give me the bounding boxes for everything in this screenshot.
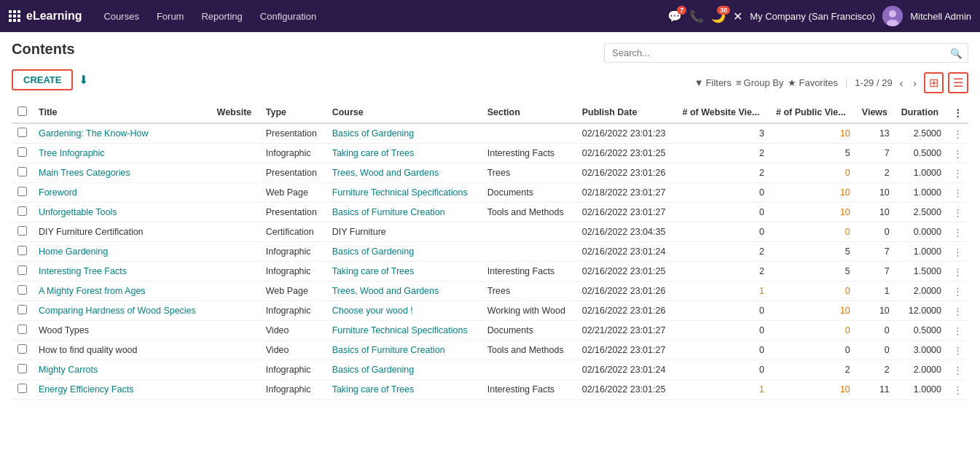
row-public-views[interactable]: 10 bbox=[770, 301, 856, 321]
row-checkbox[interactable] bbox=[17, 344, 27, 354]
row-checkbox-cell[interactable] bbox=[12, 321, 33, 341]
row-public-views[interactable]: 0 bbox=[770, 222, 856, 242]
row-checkbox[interactable] bbox=[17, 206, 27, 216]
more-icon[interactable]: ⋮ bbox=[953, 208, 963, 218]
close-icon-btn[interactable]: ✕ bbox=[733, 9, 742, 23]
col-section[interactable]: Section bbox=[482, 102, 576, 123]
more-icon[interactable]: ⋮ bbox=[953, 346, 963, 356]
col-website[interactable]: Website bbox=[211, 102, 260, 123]
row-website-views[interactable]: 1 bbox=[677, 380, 771, 400]
nav-forum[interactable]: Forum bbox=[149, 8, 192, 25]
row-title[interactable]: Unforgettable Tools bbox=[33, 203, 211, 222]
row-website-views[interactable]: 1 bbox=[677, 281, 771, 301]
row-public-views[interactable]: 0 bbox=[770, 163, 856, 183]
row-checkbox-cell[interactable] bbox=[12, 262, 33, 281]
row-course[interactable]: Taking care of Trees bbox=[326, 144, 482, 163]
row-public-views[interactable]: 10 bbox=[770, 380, 856, 400]
more-icon[interactable]: ⋮ bbox=[953, 188, 963, 198]
row-course[interactable]: Trees, Wood and Gardens bbox=[326, 163, 482, 183]
row-public-views[interactable]: 10 bbox=[770, 183, 856, 203]
row-title[interactable]: Foreword bbox=[33, 183, 211, 203]
row-checkbox[interactable] bbox=[17, 128, 27, 137]
grid-view-button[interactable]: ⊞ bbox=[924, 72, 944, 93]
row-more[interactable]: ⋮ bbox=[947, 360, 968, 380]
more-icon[interactable]: ⋮ bbox=[953, 129, 963, 139]
row-checkbox[interactable] bbox=[17, 226, 27, 236]
row-course[interactable]: Taking care of Trees bbox=[326, 380, 482, 400]
nav-courses[interactable]: Courses bbox=[96, 8, 146, 25]
favorites-button[interactable]: ★ Favorites bbox=[788, 77, 837, 88]
filters-button[interactable]: ▼ Filters bbox=[694, 77, 732, 88]
row-checkbox-cell[interactable] bbox=[12, 301, 33, 321]
more-icon[interactable]: ⋮ bbox=[953, 385, 963, 395]
next-page-button[interactable]: › bbox=[910, 76, 920, 90]
search-button[interactable]: 🔍 bbox=[950, 47, 963, 58]
row-more[interactable]: ⋮ bbox=[947, 341, 968, 360]
row-public-views[interactable]: 10 bbox=[770, 203, 856, 222]
row-checkbox-cell[interactable] bbox=[12, 281, 33, 301]
more-icon[interactable]: ⋮ bbox=[953, 365, 963, 376]
row-checkbox-cell[interactable] bbox=[12, 183, 33, 203]
group-by-button[interactable]: ≡ Group By bbox=[736, 77, 784, 88]
list-view-button[interactable]: ☰ bbox=[948, 72, 968, 93]
row-more[interactable]: ⋮ bbox=[947, 203, 968, 222]
chat-icon-btn[interactable]: 💬 7 bbox=[667, 9, 682, 23]
row-checkbox-cell[interactable] bbox=[12, 380, 33, 400]
row-checkbox[interactable] bbox=[17, 384, 27, 393]
row-checkbox-cell[interactable] bbox=[12, 144, 33, 163]
col-course[interactable]: Course bbox=[326, 102, 482, 123]
row-checkbox-cell[interactable] bbox=[12, 360, 33, 380]
row-course[interactable]: Trees, Wood and Gardens bbox=[326, 281, 482, 301]
more-icon[interactable]: ⋮ bbox=[953, 149, 963, 159]
row-course[interactable]: Basics of Furniture Creation bbox=[326, 341, 482, 360]
select-all-header[interactable] bbox=[12, 102, 33, 123]
row-public-views[interactable]: 0 bbox=[770, 281, 856, 301]
select-all-checkbox[interactable] bbox=[17, 106, 27, 116]
row-more[interactable]: ⋮ bbox=[947, 123, 968, 144]
col-views[interactable]: Views bbox=[856, 102, 895, 123]
create-button[interactable]: CREATE bbox=[12, 69, 73, 90]
row-title[interactable]: Energy Efficiency Facts bbox=[33, 380, 211, 400]
row-title[interactable]: Tree Infographic bbox=[33, 144, 211, 163]
more-icon[interactable]: ⋮ bbox=[953, 267, 963, 277]
col-publish-date[interactable]: Publish Date bbox=[576, 102, 677, 123]
row-title[interactable]: Interesting Tree Facts bbox=[33, 262, 211, 281]
row-more[interactable]: ⋮ bbox=[947, 380, 968, 400]
col-website-views[interactable]: # of Website Vie... bbox=[677, 102, 771, 123]
row-checkbox[interactable] bbox=[17, 285, 27, 295]
row-title[interactable]: Home Gardening bbox=[33, 242, 211, 262]
row-title[interactable]: A Mighty Forest from Ages bbox=[33, 281, 211, 301]
row-checkbox[interactable] bbox=[17, 147, 27, 157]
row-checkbox[interactable] bbox=[17, 187, 27, 196]
col-title[interactable]: Title bbox=[33, 102, 211, 123]
row-course[interactable]: Basics of Furniture Creation bbox=[326, 203, 482, 222]
row-title[interactable]: Comparing Hardness of Wood Species bbox=[33, 301, 211, 321]
row-more[interactable]: ⋮ bbox=[947, 144, 968, 163]
col-type[interactable]: Type bbox=[260, 102, 326, 123]
nav-reporting[interactable]: Reporting bbox=[194, 8, 249, 25]
search-input[interactable] bbox=[604, 43, 968, 63]
row-course[interactable]: Basics of Gardening bbox=[326, 360, 482, 380]
row-title[interactable]: Main Trees Categories bbox=[33, 163, 211, 183]
row-checkbox[interactable] bbox=[17, 305, 27, 314]
more-icon[interactable]: ⋮ bbox=[953, 247, 963, 257]
row-course[interactable]: Choose your wood ! bbox=[326, 301, 482, 321]
row-more[interactable]: ⋮ bbox=[947, 163, 968, 183]
row-more[interactable]: ⋮ bbox=[947, 301, 968, 321]
row-more[interactable]: ⋮ bbox=[947, 242, 968, 262]
nav-configuration[interactable]: Configuration bbox=[253, 8, 324, 25]
row-checkbox[interactable] bbox=[17, 246, 27, 255]
row-checkbox-cell[interactable] bbox=[12, 163, 33, 183]
col-duration[interactable]: Duration bbox=[895, 102, 947, 123]
prev-page-button[interactable]: ‹ bbox=[897, 76, 906, 90]
grid-icon[interactable] bbox=[9, 10, 20, 22]
row-more[interactable]: ⋮ bbox=[947, 321, 968, 341]
download-button[interactable]: ⬇ bbox=[79, 73, 88, 87]
row-course[interactable]: Furniture Technical Specifications bbox=[326, 321, 482, 341]
row-public-views[interactable]: 0 bbox=[770, 321, 856, 341]
row-checkbox-cell[interactable] bbox=[12, 341, 33, 360]
moon-icon-btn[interactable]: 🌙 30 bbox=[711, 9, 726, 23]
row-checkbox[interactable] bbox=[17, 364, 27, 373]
row-checkbox-cell[interactable] bbox=[12, 242, 33, 262]
row-course[interactable]: Basics of Gardening bbox=[326, 123, 482, 144]
